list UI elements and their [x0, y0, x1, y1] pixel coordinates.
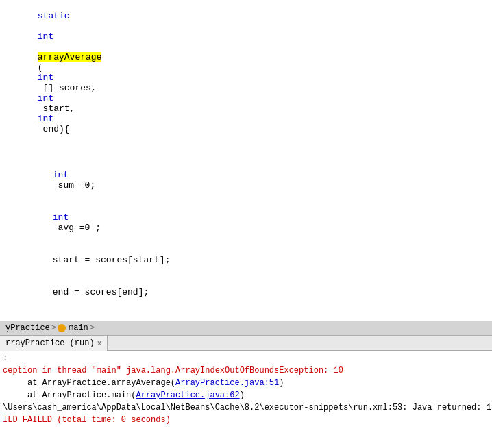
- status-bar: yPractice > main >: [0, 321, 492, 336]
- output-line-3: at ArrayPractice.arrayAverage(ArrayPract…: [3, 377, 489, 389]
- output-line-4: at ArrayPractice.main(ArrayPractice.java…: [3, 389, 489, 401]
- code-line-1: static int arrayAverage ( int [] scores,…: [0, 0, 492, 145]
- circle-icon: [58, 324, 66, 332]
- output-panel: : ception in thread "main" java.lang.Arr…: [0, 351, 492, 448]
- breadcrumb-arrow-2: >: [90, 323, 95, 333]
- code-line-3: int sum =0;: [0, 159, 492, 201]
- keyword-for: for: [53, 319, 69, 321]
- link-arrayaverage[interactable]: ArrayPractice.java:51: [175, 378, 279, 388]
- code-line-2: [0, 145, 492, 159]
- output-line-5: \Users\cash_america\AppData\Local\NetBea…: [3, 401, 489, 414]
- keyword-static: static: [38, 11, 70, 21]
- keyword-int-param1: int: [38, 73, 53, 83]
- keyword-int-param2: int: [38, 93, 53, 103]
- code-line-6: end = scores[end];: [0, 276, 492, 308]
- main-label: main: [69, 323, 88, 333]
- breadcrumb-arrow-1: >: [51, 323, 56, 333]
- method-name-arrayAverage: arrayAverage: [38, 52, 102, 62]
- keyword-int-param3: int: [38, 114, 53, 124]
- keyword-int-avg: int: [53, 212, 69, 223]
- run-tab[interactable]: rrayPractice (run) x: [0, 336, 108, 351]
- code-line-7: for ( int i = start; i < end; i ++){: [0, 308, 492, 321]
- link-main[interactable]: ArrayPractice.java:62: [136, 390, 239, 400]
- code-editor: static int arrayAverage ( int [] scores,…: [0, 0, 492, 321]
- tab-bar: rrayPractice (run) x: [0, 336, 492, 351]
- code-line-5: start = scores[start];: [0, 244, 492, 276]
- class-name-label: yPractice: [5, 323, 50, 333]
- keyword-int-sum: int: [53, 170, 69, 180]
- code-line-4: int avg =0 ;: [0, 201, 492, 244]
- output-line-6: ILD FAILED (total time: 0 seconds): [3, 414, 489, 426]
- tab-close-button[interactable]: x: [97, 339, 102, 347]
- keyword-int-return: int: [38, 32, 53, 42]
- output-line-1: :: [3, 352, 489, 364]
- tab-label: rrayPractice (run): [5, 338, 95, 348]
- output-line-2: ception in thread "main" java.lang.Array…: [3, 364, 489, 377]
